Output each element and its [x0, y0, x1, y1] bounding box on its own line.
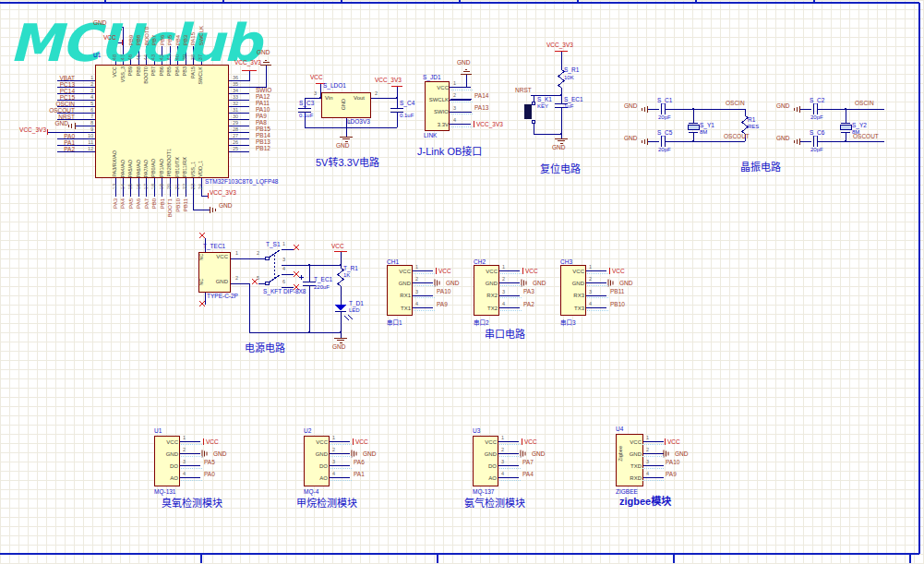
connector-pin-row[interactable]: AO 4 PA4	[473, 472, 574, 484]
net-label[interactable]: VCC	[438, 268, 451, 274]
net-label[interactable]: PB8	[136, 35, 141, 45]
net-label[interactable]: PA10	[437, 288, 450, 294]
power-port-vcc3v3[interactable]: VCC_3V3	[375, 78, 402, 84]
net-label-cell[interactable]	[198, 198, 205, 228]
mcu-designator[interactable]: U1	[93, 53, 101, 59]
net-label[interactable]: BOOT1	[167, 198, 173, 217]
net-label-oscin[interactable]: OSCIN	[726, 101, 745, 107]
resistor-value[interactable]: RES	[748, 124, 759, 129]
net-label[interactable]: PB11	[183, 198, 188, 211]
power-port-gnd[interactable]: GND	[552, 145, 565, 151]
connector-pin-row[interactable]: VCC 1 VCC	[304, 436, 405, 448]
net-label[interactable]: VCC	[355, 438, 368, 445]
led-triangle[interactable]	[335, 305, 346, 311]
mcu-pin-row[interactable]: OSCIN5	[0, 101, 95, 107]
net-label[interactable]: GND	[55, 120, 68, 126]
net-label-cell[interactable]: PB9	[127, 20, 135, 45]
key-designator[interactable]: S_K1	[537, 97, 552, 103]
net-label-oscin[interactable]: OSCIN	[855, 101, 874, 107]
power-port-gnd[interactable]: GND	[776, 103, 789, 110]
net-label[interactable]: PB1	[160, 198, 165, 209]
cap-value[interactable]: 0.1uF	[400, 113, 414, 118]
crystal-y2-body[interactable]	[840, 126, 851, 130]
net-label[interactable]: PB0	[151, 198, 157, 209]
mcu-pin-row[interactable]: PC143	[0, 88, 95, 94]
switch-designator[interactable]: T_S1	[266, 242, 281, 248]
net-label[interactable]: PA1	[354, 471, 365, 477]
ldo-value[interactable]: LDO3V3	[347, 119, 370, 126]
power-port-gnd[interactable]: GND	[336, 143, 349, 150]
net-label[interactable]: PA5	[204, 459, 215, 465]
cap-value[interactable]: 20pF	[810, 114, 823, 120]
mcu-pin-row[interactable]: PC154	[0, 94, 95, 101]
connector-value[interactable]: 串口1	[387, 318, 402, 327]
net-label[interactable]: PA6	[354, 459, 365, 465]
cap-value[interactable]: 20pF	[658, 114, 671, 120]
resistor-value[interactable]: 1K	[343, 272, 350, 278]
power-port-vcc3v3[interactable]: VCC_3V3	[210, 190, 236, 197]
cap-designator[interactable]: S_C2	[810, 98, 824, 104]
net-label[interactable]: PA10	[666, 459, 679, 465]
mcu-pin-row[interactable]: OSCOUT6	[0, 107, 95, 114]
net-label[interactable]: PB11	[610, 288, 624, 294]
net-label[interactable]: PA5	[128, 198, 134, 209]
connector-pin-row[interactable]: SWIO 3 PA13	[425, 106, 526, 118]
module-value[interactable]: MQ-137	[473, 488, 494, 495]
mcu-part-label[interactable]: STM32F103C8T6_LQFP48	[205, 179, 278, 186]
power-port-gnd[interactable]: GND	[257, 50, 270, 56]
crystal-y1-body[interactable]	[688, 126, 699, 130]
net-label[interactable]: PA10	[256, 106, 270, 113]
net-label[interactable]: OSCOUT	[49, 107, 75, 114]
cap-value[interactable]: 1uF	[564, 103, 573, 109]
net-label[interactable]: PC15	[60, 94, 75, 101]
net-label[interactable]: PB12	[256, 145, 270, 151]
net-label-cell[interactable]: PA4	[119, 198, 126, 228]
net-label-cell[interactable]	[112, 20, 119, 45]
mcu-pin-row[interactable]: 36	[229, 75, 294, 81]
net-label[interactable]: VBAT	[60, 75, 76, 81]
power-port-gnd[interactable]: GND	[624, 103, 637, 110]
connector-pin-row[interactable]: 3.3V 4 VCC_3V3	[425, 118, 526, 130]
module-designator[interactable]: U2	[304, 427, 311, 434]
resistor-designator[interactable]: T_R1	[343, 266, 358, 272]
net-label[interactable]: SWCLK	[198, 26, 204, 45]
net-label-cell[interactable]: PB4	[174, 20, 181, 45]
net-label[interactable]: PA1	[64, 139, 75, 146]
net-label[interactable]: PB10	[175, 198, 181, 212]
net-label[interactable]: PA4	[522, 471, 534, 477]
power-port-gnd[interactable]: GND	[93, 20, 106, 27]
resistor-designator[interactable]: S_R1	[564, 67, 579, 74]
mcu-pin-row[interactable]: GND8	[0, 120, 95, 126]
net-label-cell[interactable]: PA5	[127, 198, 135, 228]
connector-pin-row[interactable]: VCC 1 VCC	[616, 436, 717, 448]
net-label[interactable]: PB4	[175, 35, 181, 45]
net-label[interactable]: PA9	[256, 113, 267, 119]
connector-designator[interactable]: CH3	[560, 258, 572, 265]
connector-designator[interactable]: CH1	[387, 258, 399, 265]
net-label[interactable]: PA9	[666, 471, 677, 477]
net-label[interactable]: PB13	[256, 138, 270, 145]
net-label-cell[interactable]	[189, 198, 197, 228]
net-label[interactable]: PA4	[120, 198, 126, 209]
typec-designator[interactable]: T_TEC1	[203, 244, 225, 250]
connector-designator[interactable]: CH2	[474, 258, 486, 265]
power-port-vcc[interactable]: VCC	[331, 244, 344, 250]
net-label[interactable]: PA12	[256, 93, 270, 100]
net-label[interactable]: GND	[213, 450, 226, 457]
mcu-pin-row[interactable]: VBAT1	[0, 75, 95, 81]
net-label-cell[interactable]	[119, 20, 126, 45]
mcu-pin-row[interactable]: NRST7	[0, 114, 95, 120]
connector-value[interactable]: 串口3	[560, 318, 576, 327]
net-label-nrst[interactable]: NRST	[515, 88, 532, 94]
net-label[interactable]: VCC	[525, 268, 538, 274]
mcu-pin-row[interactable]: 25PB12	[229, 146, 294, 152]
crystal-designator[interactable]: S_Y2	[852, 123, 867, 129]
cap-designator[interactable]: S_C6	[810, 130, 824, 137]
net-label[interactable]: GND	[675, 450, 688, 457]
module-value[interactable]: MQ-131	[154, 488, 175, 495]
net-label-cell[interactable]: PB3	[182, 20, 189, 45]
net-label-cell[interactable]: PA15	[189, 20, 197, 45]
switch-value[interactable]: S_KFT DIP-8X8	[263, 289, 306, 295]
mcu-pin-row[interactable]: VCC_3V39	[0, 126, 95, 133]
cap-designator[interactable]: S_C5	[657, 130, 672, 137]
